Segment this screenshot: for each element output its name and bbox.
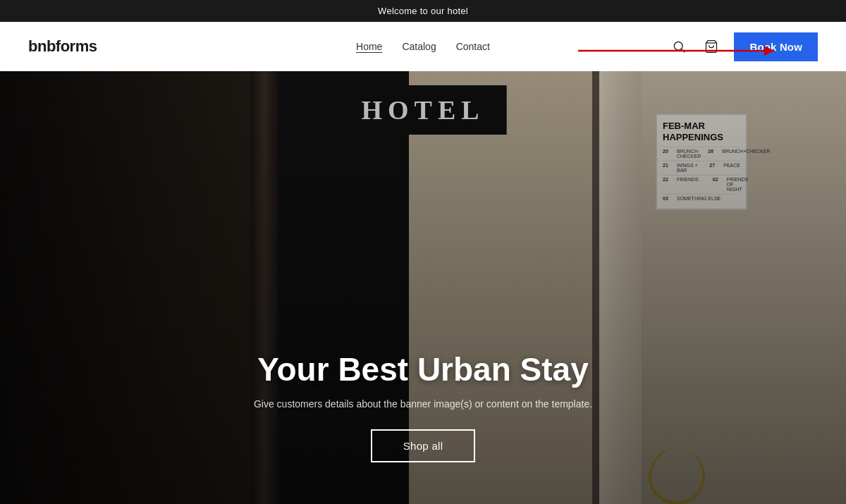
nav-contact[interactable]: Contact — [456, 41, 490, 52]
cart-button[interactable] — [701, 37, 721, 56]
svg-point-0 — [675, 42, 683, 50]
main-nav: Home Catalog Contact — [356, 41, 490, 52]
announcement-text: Welcome to our hotel — [378, 6, 468, 16]
header-icons: Book Now — [669, 32, 818, 61]
hero-title: Your Best Urban Stay — [254, 350, 592, 388]
svg-line-1 — [682, 49, 685, 53]
shop-all-button[interactable]: Shop all — [371, 429, 476, 462]
logo: bnbforms — [28, 37, 97, 56]
hero-content: Your Best Urban Stay Give customers deta… — [254, 350, 592, 462]
search-icon — [672, 39, 686, 54]
announcement-bar: Welcome to our hotel — [0, 0, 846, 22]
cart-icon — [704, 39, 718, 54]
header: bnbforms Home Catalog Contact Book Now — [0, 22, 846, 71]
hero-section: HOTEL FEB-MARHAPPENINGS 20 BRUNCH CHECKE… — [0, 71, 846, 504]
hero-subtitle: Give customers details about the banner … — [254, 398, 592, 410]
book-now-button[interactable]: Book Now — [734, 32, 818, 61]
nav-home[interactable]: Home — [356, 41, 382, 52]
nav-catalog[interactable]: Catalog — [402, 41, 436, 52]
search-button[interactable] — [669, 37, 689, 56]
